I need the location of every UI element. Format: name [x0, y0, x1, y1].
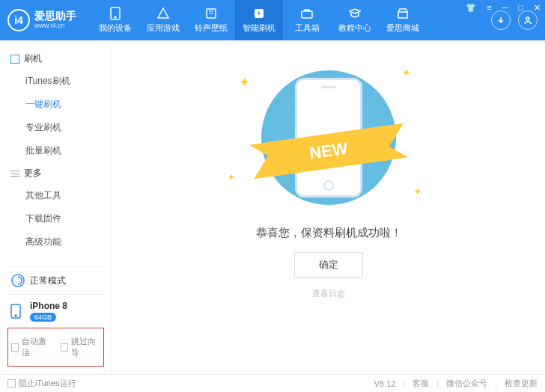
app-header: i4 爱思助手 www.i4.cn 我的设备 应用游戏 铃声壁纸 智能刷机 工具…: [0, 0, 545, 40]
ringtone-icon: [204, 7, 218, 20]
menu-icon[interactable]: ≡: [485, 3, 493, 13]
mode-icon: [10, 273, 25, 288]
main-tabs: 我的设备 应用游戏 铃声壁纸 智能刷机 工具箱 教程中心 爱思商城: [91, 0, 427, 40]
logo-icon: i4: [7, 9, 30, 31]
tab-toolbox[interactable]: 工具箱: [283, 0, 331, 40]
tab-label: 应用游戏: [147, 22, 180, 34]
sidebar-item-batch-flash[interactable]: 批量刷机: [0, 139, 112, 162]
flash-group-icon: [10, 55, 19, 64]
sidebar-item-advanced[interactable]: 高级功能: [0, 230, 112, 254]
tutorial-icon: [348, 7, 362, 20]
header-right: [491, 10, 538, 30]
main-content: NEW ✦ ✦ ✦ ✦ 恭喜您，保资料刷机成功啦！ 确定 查看日志: [112, 40, 545, 374]
sidebar-item-other-tools[interactable]: 其他工具: [0, 184, 112, 207]
device-icon: [10, 304, 25, 319]
tab-shop[interactable]: 爱思商城: [379, 0, 427, 40]
tab-label: 智能刷机: [243, 22, 275, 34]
brand-name: 爱思助手: [34, 10, 76, 22]
svg-rect-4: [302, 11, 312, 18]
check-block-itunes[interactable]: 阻止iTunes运行: [7, 378, 76, 389]
close-icon[interactable]: ✕: [532, 3, 542, 13]
tab-label: 工具箱: [295, 22, 320, 34]
sparkle-icon: ✦: [239, 74, 250, 91]
tab-label: 爱思商城: [386, 22, 419, 34]
sidebar-group-flash: 刷机: [0, 48, 112, 70]
more-group-icon: [10, 171, 19, 177]
device-storage: 64GB: [30, 313, 56, 322]
window-controls: 👕 ≡ ─ □ ✕: [464, 3, 542, 13]
check-auto-activate[interactable]: 自动激活: [11, 336, 52, 358]
svg-rect-5: [398, 12, 407, 18]
flash-icon: [252, 7, 266, 20]
device-info[interactable]: iPhone 8 64GB: [7, 294, 104, 328]
device-name: iPhone 8: [30, 301, 67, 311]
tab-apps[interactable]: 应用游戏: [139, 0, 187, 40]
sparkle-icon: ✦: [413, 186, 422, 197]
sidebar: 刷机 iTunes刷机 一键刷机 专业刷机 批量刷机 更多 其他工具 下载固件 …: [0, 40, 112, 374]
view-log-link[interactable]: 查看日志: [312, 288, 345, 299]
group-title: 刷机: [24, 52, 42, 65]
success-illustration: NEW ✦ ✦ ✦ ✦: [231, 63, 426, 212]
wechat-link[interactable]: 微信公众号: [446, 378, 487, 389]
sidebar-item-oneclick-flash[interactable]: 一键刷机: [0, 93, 112, 116]
check-update-link[interactable]: 检查更新: [505, 378, 538, 389]
success-message: 恭喜您，保资料刷机成功啦！: [256, 226, 402, 240]
tab-label: 我的设备: [99, 22, 132, 34]
shop-icon: [396, 7, 409, 20]
tab-ringtones[interactable]: 铃声壁纸: [187, 0, 235, 40]
version-label: V8.12: [374, 379, 396, 388]
sidebar-item-itunes-flash[interactable]: iTunes刷机: [0, 70, 112, 93]
svg-point-6: [526, 17, 529, 20]
app-icon: [156, 7, 170, 20]
tab-my-device[interactable]: 我的设备: [91, 0, 139, 40]
tab-label: 教程中心: [338, 22, 371, 34]
tab-label: 铃声壁纸: [195, 22, 228, 34]
skin-icon[interactable]: 👕: [464, 3, 478, 13]
tab-tutorial[interactable]: 教程中心: [331, 0, 379, 40]
checkbox-row: 自动激活 跳过向导: [7, 328, 104, 367]
svg-point-1: [115, 16, 116, 18]
sidebar-item-download-firmware[interactable]: 下载固件: [0, 207, 112, 230]
sparkle-icon: ✦: [228, 172, 235, 183]
download-icon[interactable]: [491, 10, 511, 30]
group-title: 更多: [24, 167, 42, 180]
check-skip-guide[interactable]: 跳过向导: [61, 336, 101, 358]
mode-label: 正常模式: [30, 275, 66, 287]
support-link[interactable]: 客服: [412, 378, 429, 389]
phone-icon: [109, 7, 122, 20]
svg-point-9: [15, 315, 16, 316]
confirm-button[interactable]: 确定: [294, 252, 363, 278]
maximize-icon[interactable]: □: [517, 3, 525, 13]
tab-flash[interactable]: 智能刷机: [235, 0, 283, 40]
app-logo: i4 爱思助手 www.i4.cn: [7, 9, 76, 31]
device-mode[interactable]: 正常模式: [7, 266, 104, 294]
brand-url: www.i4.cn: [34, 22, 76, 30]
toolbox-icon: [300, 7, 314, 20]
sidebar-group-more: 更多: [0, 162, 112, 184]
minimize-icon[interactable]: ─: [501, 3, 510, 13]
sparkle-icon: ✦: [402, 67, 411, 79]
user-icon[interactable]: [518, 10, 538, 30]
status-bar: 阻止iTunes运行 V8.12 | 客服 | 微信公众号 | 检查更新: [0, 374, 545, 392]
sidebar-item-pro-flash[interactable]: 专业刷机: [0, 116, 112, 139]
